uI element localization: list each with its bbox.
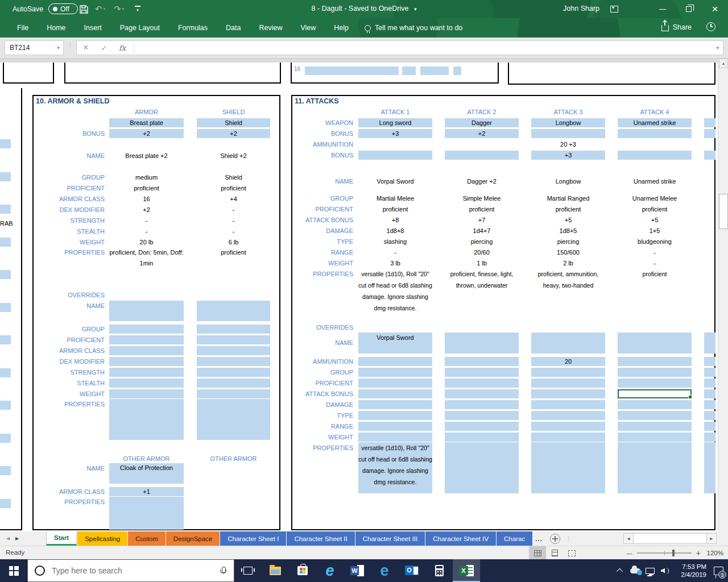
tab-data[interactable]: Data xyxy=(217,19,250,36)
left-cell[interactable] xyxy=(0,238,11,247)
shield-value[interactable]: 6 lb xyxy=(197,239,270,246)
override-properties-cell[interactable]: versatile (1d10), Roll "20" cut off head… xyxy=(358,442,432,493)
weapon-cell[interactable]: Unarmed strike xyxy=(618,118,692,127)
attack-value[interactable]: - xyxy=(618,249,692,256)
override-cell[interactable] xyxy=(531,422,605,431)
attack-value[interactable]: +8 xyxy=(358,217,432,223)
attack-value[interactable]: +5 xyxy=(531,217,605,223)
armor-value[interactable]: - xyxy=(109,228,184,235)
partial-cell[interactable] xyxy=(402,66,416,75)
sheet-tab-truncated[interactable]: Charac xyxy=(497,531,532,546)
armor-value[interactable]: proficient xyxy=(109,185,184,192)
onedrive-tray-button[interactable] xyxy=(628,559,643,582)
name-box[interactable]: BT214 xyxy=(5,40,64,55)
attack-value[interactable]: 150/600 xyxy=(531,249,605,256)
restore-button[interactable] xyxy=(676,0,702,18)
override-cell[interactable] xyxy=(109,379,184,388)
store-button[interactable] xyxy=(289,559,316,582)
start-button[interactable] xyxy=(0,559,27,582)
attack-value[interactable]: +5 xyxy=(618,217,692,223)
armor-value[interactable]: medium xyxy=(109,174,184,181)
left-cell[interactable] xyxy=(0,303,11,312)
override-properties-cell[interactable] xyxy=(618,442,692,493)
override-cell[interactable] xyxy=(445,400,519,409)
tab-view[interactable]: View xyxy=(291,19,325,36)
armor-item-cell[interactable]: Breast plate xyxy=(109,118,184,127)
selected-cell[interactable] xyxy=(618,389,692,398)
override-cell[interactable] xyxy=(358,389,432,398)
zoom-slider-thumb[interactable] xyxy=(672,550,675,556)
override-cell[interactable] xyxy=(109,335,184,344)
override-cell[interactable] xyxy=(109,368,184,377)
left-cell[interactable] xyxy=(0,499,11,508)
attack-properties-value[interactable]: versatile (1d10), Roll "20" cut off head… xyxy=(358,268,432,314)
zoom-in-icon[interactable] xyxy=(696,548,701,558)
attack-value[interactable]: piercing xyxy=(531,238,605,245)
file-explorer-button[interactable] xyxy=(262,559,289,582)
attack-name-value[interactable]: Unarmed strike xyxy=(618,178,692,185)
search-input[interactable] xyxy=(52,566,220,575)
override-cell[interactable] xyxy=(197,389,270,398)
attack-value[interactable]: +7 xyxy=(445,217,519,223)
attack-value[interactable]: Martial Ranged xyxy=(531,195,605,202)
armor-value[interactable]: 16 xyxy=(109,196,184,202)
ammo-bonus-cell-partial[interactable] xyxy=(704,151,715,160)
weapon-cell[interactable]: Long sword xyxy=(358,118,432,127)
zoom-slider[interactable] xyxy=(637,552,692,554)
override-cell[interactable] xyxy=(109,389,184,398)
override-cell[interactable] xyxy=(109,399,184,440)
zoom-out-icon[interactable] xyxy=(627,550,632,556)
weapon-cell[interactable]: Dagger xyxy=(445,118,519,127)
override-cell[interactable] xyxy=(197,368,270,377)
ammunition-value[interactable]: 20 +3 xyxy=(531,141,605,148)
override-cell-partial[interactable] xyxy=(704,389,715,398)
internet-explorer-button[interactable] xyxy=(316,559,344,582)
horizontal-scrollbar[interactable] xyxy=(623,533,717,544)
attack-value[interactable]: 3 lb xyxy=(358,260,432,267)
override-cell[interactable] xyxy=(358,422,432,431)
override-cell[interactable] xyxy=(618,368,692,377)
attack-value[interactable]: 20/60 xyxy=(445,249,519,256)
attack-value[interactable]: Simple Melee xyxy=(445,195,519,202)
tab-file[interactable]: File xyxy=(8,19,38,36)
override-cell[interactable] xyxy=(618,433,692,442)
override-cell[interactable] xyxy=(618,400,692,409)
tab-page-layout[interactable]: Page Layout xyxy=(111,19,169,36)
bonus-cell-partial[interactable] xyxy=(704,129,715,138)
outlook-button[interactable] xyxy=(398,559,425,582)
tab-formulas[interactable]: Formulas xyxy=(169,19,217,36)
sheet-tab-character-sheet-2[interactable]: Character Sheet II xyxy=(287,531,354,546)
tray-chevron-button[interactable] xyxy=(613,559,628,582)
override-cell-partial[interactable] xyxy=(704,422,715,431)
partial-cell[interactable] xyxy=(305,66,399,75)
page-break-view-button[interactable] xyxy=(563,546,580,560)
ammo-bonus-cell[interactable] xyxy=(445,151,519,160)
override-cell[interactable] xyxy=(197,399,270,440)
attack-value[interactable]: 1 lb xyxy=(445,260,519,267)
override-cell-partial[interactable] xyxy=(704,433,715,442)
override-cell[interactable] xyxy=(109,346,184,355)
shield-value[interactable]: - xyxy=(197,217,270,224)
override-cell[interactable] xyxy=(531,368,605,377)
other-armor-ac-cell[interactable]: +1 xyxy=(109,487,184,496)
override-cell[interactable] xyxy=(445,422,519,431)
ribbon-display-options-button[interactable] xyxy=(603,0,626,18)
override-cell[interactable] xyxy=(531,411,605,420)
zoom-level[interactable]: 120% xyxy=(705,550,723,556)
tell-me-search[interactable]: Tell me what you want to do xyxy=(365,24,462,32)
armor-name-value[interactable]: Breast plate +2 xyxy=(109,152,184,159)
override-cell[interactable] xyxy=(358,379,432,388)
override-cell-partial[interactable] xyxy=(704,411,715,420)
attack-value[interactable]: proficient xyxy=(531,206,605,213)
override-cell[interactable] xyxy=(531,389,605,398)
network-tray-button[interactable] xyxy=(643,559,657,582)
override-cell[interactable] xyxy=(445,389,519,398)
attack-value[interactable]: 2 lb xyxy=(531,260,605,267)
sheet-tab-character-sheet-4[interactable]: Character Sheet IV xyxy=(425,531,496,546)
normal-view-button[interactable] xyxy=(529,546,546,560)
hscroll-right-icon[interactable] xyxy=(706,533,717,544)
attack-value[interactable]: 1+5 xyxy=(618,227,692,234)
tab-insert[interactable]: Insert xyxy=(75,19,111,36)
override-cell[interactable] xyxy=(618,379,692,388)
attack-value[interactable]: 1d8+8 xyxy=(358,227,432,234)
